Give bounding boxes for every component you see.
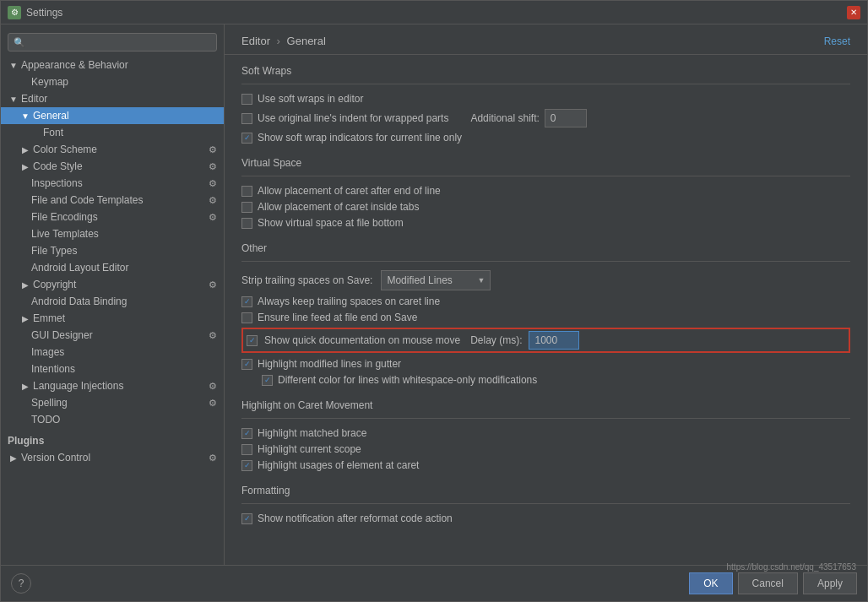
sidebar-item-images[interactable]: Images bbox=[1, 344, 224, 361]
option-row-use-soft-wraps: Use soft wraps in editor bbox=[241, 93, 850, 105]
breadcrumb-parent: Editor bbox=[241, 35, 270, 47]
sidebar-item-emmet[interactable]: ▶ Emmet bbox=[1, 310, 224, 327]
close-button[interactable]: ✕ bbox=[847, 6, 860, 19]
show-soft-wrap-indicators-label: Show soft wrap indicators for current li… bbox=[258, 132, 462, 144]
always-keep-trailing-label: Always keep trailing spaces on caret lin… bbox=[258, 296, 440, 307]
allow-caret-tabs-checkbox[interactable] bbox=[241, 202, 252, 213]
chevron-right-icon: ▶ bbox=[8, 452, 19, 464]
delay-input[interactable] bbox=[529, 331, 579, 350]
highlight-brace-label: Highlight matched brace bbox=[258, 427, 366, 439]
cancel-button[interactable]: Cancel bbox=[738, 572, 798, 594]
show-quick-doc-checkbox[interactable] bbox=[247, 335, 258, 346]
highlight-usages-checkbox[interactable] bbox=[241, 460, 252, 471]
sidebar-item-file-types[interactable]: File Types bbox=[1, 242, 224, 259]
sidebar-item-editor[interactable]: ▼ Editor bbox=[1, 90, 224, 107]
highlight-scope-checkbox[interactable] bbox=[241, 444, 252, 455]
sidebar-item-intentions[interactable]: Intentions bbox=[1, 361, 224, 377]
gear-icon: ⚙ bbox=[209, 381, 217, 392]
sidebar-item-general[interactable]: ▼ General bbox=[1, 107, 224, 124]
gear-icon: ⚙ bbox=[209, 453, 217, 464]
sidebar-item-label: TODO bbox=[31, 414, 60, 426]
sidebar-item-plugins[interactable]: Plugins bbox=[1, 428, 224, 449]
sidebar-item-label: Inspections bbox=[31, 177, 83, 189]
sidebar-item-version-control[interactable]: ▶ Version Control ⚙ bbox=[1, 449, 224, 466]
sidebar-item-label: Code Style bbox=[33, 160, 83, 172]
sidebar-item-color-scheme[interactable]: ▶ Color Scheme ⚙ bbox=[1, 141, 224, 158]
apply-button[interactable]: Apply bbox=[803, 572, 857, 594]
highlight-caret-section: Highlight on Caret Movement Highlight ma… bbox=[241, 399, 850, 471]
sidebar-item-language-injections[interactable]: ▶ Language Injections ⚙ bbox=[1, 377, 224, 394]
help-button[interactable]: ? bbox=[11, 573, 31, 594]
sidebar-item-inspections[interactable]: Inspections ⚙ bbox=[1, 175, 224, 192]
additional-shift-input[interactable] bbox=[545, 109, 587, 127]
sidebar-item-label: File Encodings bbox=[31, 211, 98, 223]
ensure-line-feed-label: Ensure line feed at file end on Save bbox=[258, 312, 417, 323]
chevron-right-icon: ▶ bbox=[19, 312, 31, 324]
allow-caret-eol-label: Allow placement of caret after end of li… bbox=[258, 185, 441, 197]
gear-icon: ⚙ bbox=[209, 279, 217, 290]
reset-button[interactable]: Reset bbox=[824, 35, 850, 47]
quick-doc-row: Show quick documentation on mouse move D… bbox=[241, 328, 850, 353]
sidebar-item-live-templates[interactable]: Live Templates bbox=[1, 225, 224, 242]
sidebar-item-label: Editor bbox=[21, 93, 47, 105]
show-notification-checkbox[interactable] bbox=[241, 513, 252, 524]
chevron-down-icon: ▼ bbox=[8, 93, 19, 105]
sidebar-item-appearance[interactable]: ▼ Appearance & Behavior bbox=[1, 57, 224, 73]
sidebar-item-file-encodings[interactable]: File Encodings ⚙ bbox=[1, 209, 224, 225]
sidebar-item-gui-designer[interactable]: GUI Designer ⚙ bbox=[1, 327, 224, 344]
search-input[interactable] bbox=[29, 36, 211, 48]
sidebar-item-file-code-templates[interactable]: File and Code Templates ⚙ bbox=[1, 192, 224, 209]
content-area: Editor › General Reset Soft Wraps Use so… bbox=[225, 24, 867, 565]
option-row-highlight-brace: Highlight matched brace bbox=[241, 427, 850, 439]
title-bar: ⚙ Settings ✕ bbox=[1, 1, 867, 24]
sidebar-item-label: Plugins bbox=[8, 435, 44, 447]
option-row-different-color: Different color for lines with whitespac… bbox=[262, 374, 850, 386]
breadcrumb-current: General bbox=[287, 35, 326, 47]
ok-button[interactable]: OK bbox=[689, 572, 732, 594]
window-title: Settings bbox=[26, 7, 842, 19]
sidebar-item-label: Emmet bbox=[33, 312, 65, 324]
sidebar-item-font[interactable]: Font bbox=[1, 124, 224, 141]
different-color-checkbox[interactable] bbox=[262, 375, 273, 386]
show-soft-wrap-indicators-checkbox[interactable] bbox=[241, 133, 252, 144]
sidebar-item-android-layout-editor[interactable]: Android Layout Editor bbox=[1, 259, 224, 276]
option-row-highlight-scope: Highlight current scope bbox=[241, 443, 850, 455]
sidebar-item-keymap[interactable]: Keymap bbox=[1, 73, 224, 90]
breadcrumb-separator: › bbox=[277, 35, 280, 47]
strip-trailing-label: Strip trailing spaces on Save: bbox=[241, 274, 372, 286]
show-virtual-space-label: Show virtual space at file bottom bbox=[258, 217, 404, 229]
sidebar-item-label: Version Control bbox=[21, 452, 90, 464]
formatting-title: Formatting bbox=[241, 485, 850, 496]
chevron-right-icon: ▶ bbox=[19, 160, 31, 172]
show-virtual-space-checkbox[interactable] bbox=[241, 218, 252, 229]
sidebar-item-code-style[interactable]: ▶ Code Style ⚙ bbox=[1, 158, 224, 175]
option-row-show-soft-wrap-indicators: Show soft wrap indicators for current li… bbox=[241, 132, 850, 144]
gear-icon: ⚙ bbox=[209, 212, 217, 223]
sidebar-item-label: Language Injections bbox=[33, 380, 123, 392]
sidebar-item-label: Intentions bbox=[31, 363, 75, 375]
highlight-modified-checkbox[interactable] bbox=[241, 359, 252, 370]
option-row-allow-caret-tabs: Allow placement of caret inside tabs bbox=[241, 201, 850, 213]
highlight-brace-checkbox[interactable] bbox=[241, 428, 252, 439]
sidebar-item-copyright[interactable]: ▶ Copyright ⚙ bbox=[1, 276, 224, 293]
sidebar-item-android-data-binding[interactable]: Android Data Binding bbox=[1, 293, 224, 310]
always-keep-trailing-checkbox[interactable] bbox=[241, 296, 252, 307]
sidebar-item-label: General bbox=[33, 110, 69, 122]
sidebar-item-spelling[interactable]: Spelling ⚙ bbox=[1, 394, 224, 411]
strip-trailing-dropdown[interactable]: Modified Lines ▼ bbox=[381, 270, 491, 290]
sidebar-item-todo[interactable]: TODO bbox=[1, 411, 224, 428]
use-original-indent-checkbox[interactable] bbox=[241, 113, 252, 124]
gear-icon: ⚙ bbox=[209, 161, 217, 172]
strip-trailing-value: Modified Lines bbox=[387, 274, 452, 286]
use-soft-wraps-checkbox[interactable] bbox=[241, 94, 252, 105]
virtual-space-title: Virtual Space bbox=[241, 157, 850, 169]
breadcrumb: Editor › General bbox=[241, 35, 326, 47]
sidebar-item-label: Font bbox=[43, 127, 63, 138]
search-box[interactable]: 🔍 bbox=[8, 33, 217, 52]
use-original-indent-label: Use original line's indent for wrapped p… bbox=[258, 112, 448, 124]
additional-shift-label: Additional shift: bbox=[470, 112, 539, 124]
allow-caret-eol-checkbox[interactable] bbox=[241, 186, 252, 197]
ensure-line-feed-checkbox[interactable] bbox=[241, 312, 252, 323]
gear-icon: ⚙ bbox=[209, 398, 217, 409]
option-row-highlight-modified: Highlight modified lines in gutter bbox=[241, 358, 850, 370]
